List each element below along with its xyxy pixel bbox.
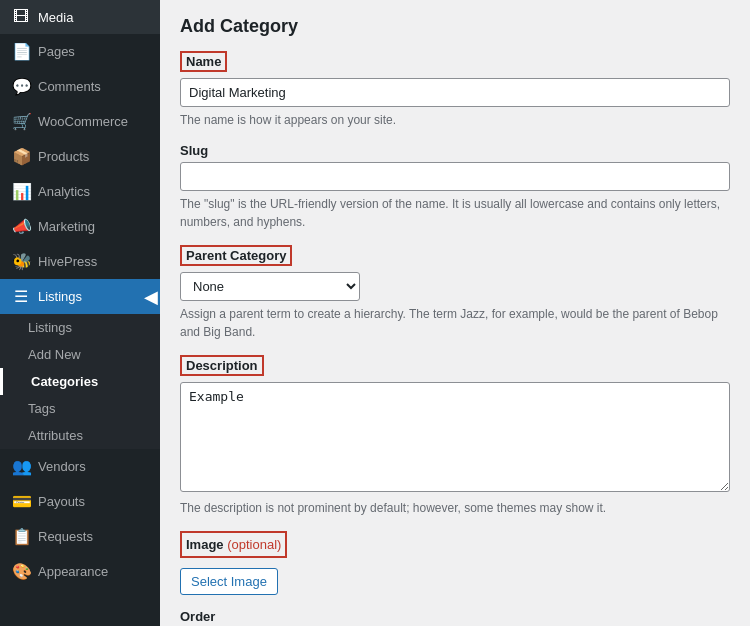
name-label: Name — [180, 51, 227, 72]
sidebar-item-label: Requests — [38, 529, 93, 544]
sub-item-listings[interactable]: Listings — [0, 314, 160, 341]
sidebar-item-analytics[interactable]: 📊 Analytics — [0, 174, 160, 209]
sidebar-item-comments[interactable]: 💬 Comments — [0, 69, 160, 104]
sidebar-item-vendors[interactable]: 👥 Vendors — [0, 449, 160, 484]
parent-category-label: Parent Category — [180, 245, 292, 266]
sidebar-item-label: Listings — [38, 289, 82, 304]
description-label: Description — [180, 355, 264, 376]
slug-field-row: Slug The "slug" is the URL-friendly vers… — [180, 143, 730, 231]
order-field-row: Order — [180, 609, 730, 626]
sidebar-item-label: Media — [38, 10, 73, 25]
description-hint: The description is not prominent by defa… — [180, 499, 730, 517]
sidebar-item-hivepress[interactable]: 🐝 HivePress — [0, 244, 160, 279]
sidebar-item-label: Appearance — [38, 564, 108, 579]
sidebar-item-marketing[interactable]: 📣 Marketing — [0, 209, 160, 244]
sub-item-categories[interactable]: Categories — [0, 368, 160, 395]
collapse-arrow: ◀ — [144, 286, 160, 308]
slug-hint: The "slug" is the URL-friendly version o… — [180, 195, 730, 231]
parent-category-hint: Assign a parent term to create a hierarc… — [180, 305, 730, 341]
listings-icon: ☰ — [12, 287, 30, 306]
sub-item-tags[interactable]: Tags — [0, 395, 160, 422]
sidebar-item-label: Products — [38, 149, 89, 164]
description-field-row: Description Example The description is n… — [180, 355, 730, 517]
slug-input[interactable] — [180, 162, 730, 191]
sidebar-item-media[interactable]: 🎞 Media — [0, 0, 160, 34]
description-textarea[interactable]: Example — [180, 382, 730, 492]
sidebar-item-label: Vendors — [38, 459, 86, 474]
image-label-box: Image (optional) — [180, 531, 287, 558]
page-title: Add Category — [180, 16, 730, 37]
name-input[interactable] — [180, 78, 730, 107]
sidebar-item-label: WooCommerce — [38, 114, 128, 129]
media-icon: 🎞 — [12, 8, 30, 26]
analytics-icon: 📊 — [12, 182, 30, 201]
sidebar-item-label: Analytics — [38, 184, 90, 199]
sidebar-item-woocommerce[interactable]: 🛒 WooCommerce — [0, 104, 160, 139]
sidebar-item-appearance[interactable]: 🎨 Appearance — [0, 554, 160, 589]
appearance-icon: 🎨 — [12, 562, 30, 581]
sub-item-add-new[interactable]: Add New — [0, 341, 160, 368]
order-label: Order — [180, 609, 215, 624]
requests-icon: 📋 — [12, 527, 30, 546]
marketing-icon: 📣 — [12, 217, 30, 236]
woocommerce-icon: 🛒 — [12, 112, 30, 131]
sidebar-item-listings[interactable]: ☰ Listings ◀ — [0, 279, 160, 314]
payouts-icon: 💳 — [12, 492, 30, 511]
image-label: Image — [186, 537, 224, 552]
sidebar-item-label: Payouts — [38, 494, 85, 509]
vendors-icon: 👥 — [12, 457, 30, 476]
comments-icon: 💬 — [12, 77, 30, 96]
image-optional: (optional) — [227, 537, 281, 552]
sidebar-item-products[interactable]: 📦 Products — [0, 139, 160, 174]
sidebar-item-label: Pages — [38, 44, 75, 59]
parent-category-select[interactable]: None — [180, 272, 360, 301]
sidebar-item-label: HivePress — [38, 254, 97, 269]
select-image-button[interactable]: Select Image — [180, 568, 278, 595]
sidebar: 🎞 Media 📄 Pages 💬 Comments 🛒 WooCommerce… — [0, 0, 160, 626]
sub-item-attributes[interactable]: Attributes — [0, 422, 160, 449]
sidebar-item-payouts[interactable]: 💳 Payouts — [0, 484, 160, 519]
sidebar-item-pages[interactable]: 📄 Pages — [0, 34, 160, 69]
name-field-row: Name The name is how it appears on your … — [180, 51, 730, 129]
listings-submenu: Listings Add New Categories Tags Attribu… — [0, 314, 160, 449]
products-icon: 📦 — [12, 147, 30, 166]
pages-icon: 📄 — [12, 42, 30, 61]
sidebar-item-label: Comments — [38, 79, 101, 94]
parent-category-row: Parent Category None Assign a parent ter… — [180, 245, 730, 341]
sidebar-item-label: Marketing — [38, 219, 95, 234]
main-content: Add Category Name The name is how it app… — [160, 0, 750, 626]
slug-label: Slug — [180, 143, 208, 158]
name-hint: The name is how it appears on your site. — [180, 111, 730, 129]
hivepress-icon: 🐝 — [12, 252, 30, 271]
image-field-row: Image (optional) Select Image — [180, 531, 730, 595]
sidebar-item-requests[interactable]: 📋 Requests — [0, 519, 160, 554]
